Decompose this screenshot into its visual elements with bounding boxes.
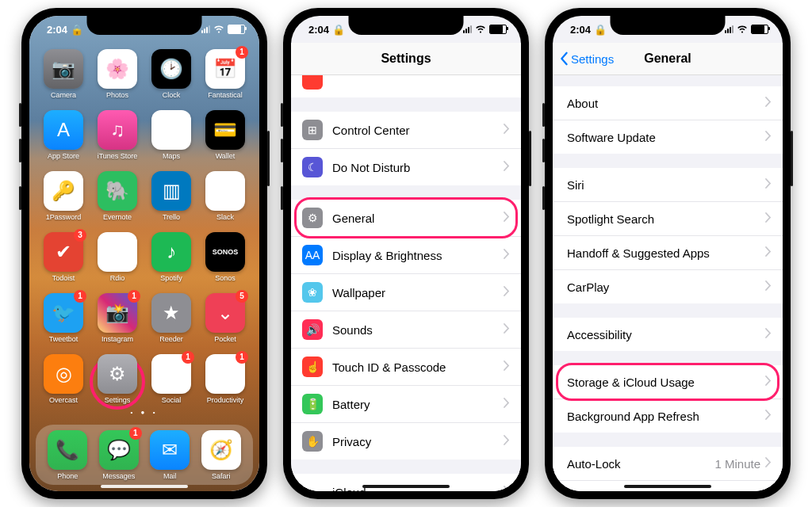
app-label: Camera	[51, 91, 76, 99]
signal-icon	[463, 25, 472, 33]
app-messages[interactable]: 💬1Messages	[94, 430, 144, 480]
app-fantastical[interactable]: 📅1Fantastical	[201, 49, 250, 99]
general-row-background-app-refresh[interactable]: Background App Refresh	[553, 399, 783, 433]
screen-home: 2:04 🔒 📷Camera🌸Photos🕑Clock📅1Fantastical…	[29, 16, 259, 491]
row-label: Restrictions	[567, 491, 745, 492]
app-tweetbot[interactable]: 🐦1Tweetbot	[39, 293, 88, 343]
app-photos[interactable]: 🌸Photos	[93, 49, 142, 99]
notch	[349, 16, 464, 35]
settings-row-general[interactable]: ⚙General	[291, 200, 521, 237]
settings-row-wallpaper[interactable]: ❀Wallpaper	[291, 274, 521, 311]
app-safari[interactable]: 🧭Safari	[197, 430, 246, 480]
app-label: Sonos	[215, 274, 236, 282]
app-todoist[interactable]: ✔3Todoist	[39, 232, 88, 282]
settings-row-display-brightness[interactable]: AADisplay & Brightness	[291, 237, 521, 274]
general-row-software-update[interactable]: Software Update	[553, 120, 783, 154]
app-label: Reeder	[159, 335, 183, 343]
app-productivity[interactable]: ▦1Productivity	[201, 354, 250, 404]
app-itunes-store[interactable]: ♫iTunes Store	[93, 110, 142, 160]
app-label: 1Password	[46, 213, 82, 221]
row-label: Wallpaper	[332, 286, 504, 299]
general-row-handoff-suggested-apps[interactable]: Handoff & Suggested Apps	[553, 236, 783, 270]
battery-icon	[489, 25, 507, 34]
dock: 📞Phone💬1Messages✉Mail🧭Safari	[36, 425, 253, 485]
general-row-about[interactable]: About	[553, 86, 783, 120]
app-spotify[interactable]: ♪Spotify	[147, 232, 196, 282]
app-maps[interactable]: 🗺Maps	[147, 110, 196, 160]
notification-badge: 3	[74, 229, 86, 242]
row-label: Touch ID & Passcode	[332, 360, 504, 374]
row-label: Control Center	[332, 124, 504, 137]
app-wallet[interactable]: 💳Wallet	[201, 110, 250, 160]
row-icon: ⊞	[302, 120, 323, 140]
general-row-siri[interactable]: Siri	[553, 168, 783, 202]
chevron-right-icon	[765, 130, 772, 144]
app-mail[interactable]: ✉Mail	[145, 430, 194, 480]
list-item[interactable]	[291, 75, 521, 97]
app-icon: 🐘	[98, 171, 137, 211]
row-icon: ☝	[302, 357, 323, 377]
settings-row-touch-id-passcode[interactable]: ☝Touch ID & Passcode	[291, 349, 521, 386]
settings-row-control-center[interactable]: ⊞Control Center	[291, 112, 521, 149]
app-label: Fantastical	[208, 91, 243, 99]
app-label: Clock	[163, 91, 181, 99]
row-label: Software Update	[567, 131, 765, 144]
app-camera[interactable]: 📷Camera	[39, 49, 88, 99]
app-icon: ♫	[98, 110, 137, 150]
app-icon: ◐	[98, 232, 137, 272]
app-label: Tweetbot	[49, 335, 79, 343]
settings-list[interactable]: ⊞Control Center☾Do Not Disturb ⚙GeneralA…	[291, 75, 521, 491]
settings-row-icloud[interactable]: ☁iCloud	[291, 474, 521, 491]
general-row-auto-lock[interactable]: Auto-Lock1 Minute	[553, 447, 783, 481]
chevron-right-icon	[765, 375, 772, 389]
home-grid: 📷Camera🌸Photos🕑Clock📅1FantasticalAApp St…	[29, 43, 259, 404]
app-rdio[interactable]: ◐Rdio	[93, 232, 142, 282]
app-app-store[interactable]: AApp Store	[39, 110, 88, 160]
settings-row-do-not-disturb[interactable]: ☾Do Not Disturb	[291, 149, 521, 185]
page-indicator: • ● •	[29, 409, 259, 416]
app-icon: ▥	[151, 171, 191, 211]
notification-badge: 1	[236, 46, 248, 59]
app-trello[interactable]: ▥Trello	[147, 171, 196, 221]
app-icon: 🌸	[98, 49, 137, 89]
wifi-icon	[475, 24, 486, 36]
settings-row-privacy[interactable]: ✋Privacy	[291, 423, 521, 460]
notification-badge: 1	[236, 351, 248, 364]
app-icon: 💬1	[99, 430, 139, 470]
general-row-storage-icloud-usage[interactable]: Storage & iCloud Usage	[553, 365, 783, 399]
app-pocket[interactable]: ⌄5Pocket	[201, 293, 250, 343]
chevron-right-icon	[765, 409, 772, 423]
lock-icon: 🔒	[594, 24, 607, 36]
nav-bar: Settings General	[553, 43, 783, 75]
app-icon: 🔑	[44, 171, 83, 211]
app-icon: ♪	[151, 232, 191, 272]
app-label: Safari	[212, 472, 231, 480]
general-row-carplay[interactable]: CarPlay	[553, 270, 783, 303]
app-sonos[interactable]: SONOSSonos	[201, 232, 250, 282]
app-evernote[interactable]: 🐘Evernote	[93, 171, 142, 221]
app-phone[interactable]: 📞Phone	[43, 430, 92, 480]
app-instagram[interactable]: 📸1Instagram	[93, 293, 142, 343]
app-clock[interactable]: 🕑Clock	[147, 49, 196, 99]
general-row-spotlight-search[interactable]: Spotlight Search	[553, 202, 783, 236]
chevron-right-icon	[765, 246, 772, 260]
back-label: Settings	[571, 52, 614, 66]
row-label: Accessibility	[567, 328, 765, 341]
settings-row-battery[interactable]: 🔋Battery	[291, 386, 521, 423]
row-icon: AA	[302, 245, 323, 265]
app-social[interactable]: ▦1Social	[147, 354, 196, 404]
app-settings[interactable]: ⚙Settings	[93, 354, 142, 404]
back-button[interactable]: Settings	[559, 43, 614, 74]
app-overcast[interactable]: ◎Overcast	[39, 354, 88, 404]
app-label: Spotify	[160, 274, 182, 282]
app-1password[interactable]: 🔑1Password	[39, 171, 88, 221]
settings-row-sounds[interactable]: 🔊Sounds	[291, 311, 521, 349]
row-label: Do Not Disturb	[332, 161, 504, 174]
general-row-accessibility[interactable]: Accessibility	[553, 318, 783, 351]
app-slack[interactable]: ⧉Slack	[201, 171, 250, 221]
app-icon	[302, 75, 323, 90]
row-label: Background App Refresh	[567, 410, 765, 423]
notification-badge: 1	[74, 290, 86, 303]
general-list[interactable]: AboutSoftware Update SiriSpotlight Searc…	[553, 75, 783, 491]
app-reeder[interactable]: ★Reeder	[147, 293, 196, 343]
